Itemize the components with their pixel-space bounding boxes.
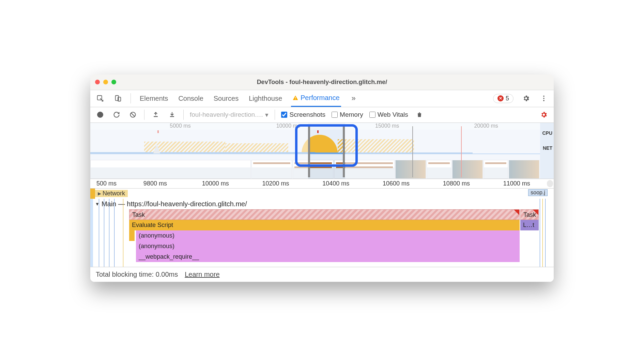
ruler-tick: 500 ms [96,180,117,187]
load-profile-icon[interactable] [151,110,161,120]
save-profile-icon[interactable] [167,110,177,120]
divider [275,110,275,120]
scrollbar-thumb[interactable] [547,180,553,187]
more-tabs-icon[interactable]: » [349,93,359,103]
flame-chart[interactable]: ▶ Network soop.j ▼ Main — https://foul-h… [90,189,554,267]
overview-row-labels: CPU NET [542,130,552,160]
main-track[interactable]: ▼ Main — https://foul-heavenly-direction… [90,199,554,267]
error-badge[interactable]: ✕ 5 [493,94,513,103]
svg-rect-4 [295,99,296,100]
window-title: DevTools - foul-heavenly-direction.glitc… [90,79,554,86]
ruler-tick: 10000 ms [202,180,229,187]
performance-toolbar: foul-heavenly-direction.… ▾ Screenshots … [90,107,554,123]
track-gutter [90,199,93,267]
flame-anonymous[interactable]: (anonymous) [136,241,520,252]
svg-point-7 [543,100,545,101]
ruler-tick: 10600 ms [383,180,410,187]
net-label: NET [542,145,552,151]
screenshots-label: Screenshots [289,111,325,118]
flame-task[interactable]: Task [129,209,520,220]
network-resource-soop[interactable]: soop.j [528,189,548,196]
footer-bar: Total blocking time: 0.00ms Learn more [90,267,554,282]
divider [131,93,131,103]
cpu-label: CPU [542,130,552,136]
error-icon: ✕ [497,95,504,101]
tab-console[interactable]: Console [177,90,204,107]
clear-button[interactable] [128,110,138,120]
devtools-tabbar: Elements Console Sources Lighthouse Perf… [90,90,554,107]
titlebar: DevTools - foul-heavenly-direction.glitc… [90,75,554,90]
ruler-tick: 11000 ms [503,180,530,187]
recording-select-label: foul-heavenly-direction.… [190,111,263,118]
flame-anonymous[interactable]: (anonymous) [136,230,520,241]
overview-timeline[interactable]: 5000 ms 10000 ms 15000 ms 20000 ms [90,123,554,179]
ruler-tick: 10800 ms [443,180,470,187]
network-track[interactable]: ▶ Network soop.j [90,189,554,199]
flame-stub[interactable] [129,230,135,241]
memory-checkbox[interactable]: Memory [332,111,363,118]
total-blocking-time: Total blocking time: 0.00ms [96,271,178,278]
selection-handle-right[interactable] [343,126,345,177]
detail-ruler[interactable]: 500 ms 9800 ms 10000 ms 10200 ms 10400 m… [90,179,554,189]
svg-point-5 [543,96,545,97]
trash-icon[interactable] [414,110,425,120]
svg-rect-9 [154,116,158,117]
ruler-tick: 10400 ms [322,180,349,187]
tab-sources[interactable]: Sources [212,90,240,107]
ruler-tick: 10200 ms [262,180,289,187]
kebab-menu-icon[interactable] [539,93,549,103]
selection-handle-left[interactable] [308,126,310,177]
tab-elements[interactable]: Elements [138,90,169,107]
overview-mask [90,123,308,179]
memory-label: Memory [340,111,363,118]
chevron-down-icon: ▾ [265,111,269,119]
toggle-device-icon[interactable] [113,93,123,103]
chevron-right-icon: ▶ [98,191,101,196]
flame-task[interactable]: Task [520,209,539,220]
webvitals-checkbox[interactable]: Web Vitals [369,111,408,118]
svg-point-6 [543,98,545,99]
divider [144,110,144,120]
learn-more-link[interactable]: Learn more [185,271,219,278]
flame-evaluate-script[interactable]: Evaluate Script [129,220,520,230]
fps-marker [317,130,319,133]
svg-rect-10 [170,116,174,117]
record-button[interactable] [95,110,105,120]
screenshots-checkbox[interactable]: Screenshots [281,111,325,118]
tab-performance-label: Performance [301,94,340,102]
main-track-header[interactable]: ▼ Main — https://foul-heavenly-direction… [95,199,554,209]
reload-button[interactable] [111,110,122,120]
settings-icon[interactable] [521,93,531,103]
track-gutter [90,189,95,199]
divider [183,110,184,120]
error-count: 5 [506,95,509,102]
webvitals-label: Web Vitals [378,111,408,118]
recording-select[interactable]: foul-heavenly-direction.… ▾ [190,111,269,119]
capture-settings-icon[interactable] [539,110,549,120]
network-track-header[interactable]: ▶ Network [95,190,128,197]
devtools-window: DevTools - foul-heavenly-direction.glitc… [90,75,554,282]
svg-rect-3 [295,97,296,99]
network-track-label: Network [103,190,125,197]
inspect-element-icon[interactable] [95,93,105,103]
flame-layout[interactable]: L…t [520,220,539,230]
ruler-tick: 9800 ms [143,180,167,187]
overview-mask [345,123,540,179]
tab-lighthouse[interactable]: Lighthouse [247,90,283,107]
warning-icon [292,95,298,101]
tab-performance[interactable]: Performance [291,90,341,107]
flame-webpack-require[interactable]: __webpack_require__ [136,252,520,262]
